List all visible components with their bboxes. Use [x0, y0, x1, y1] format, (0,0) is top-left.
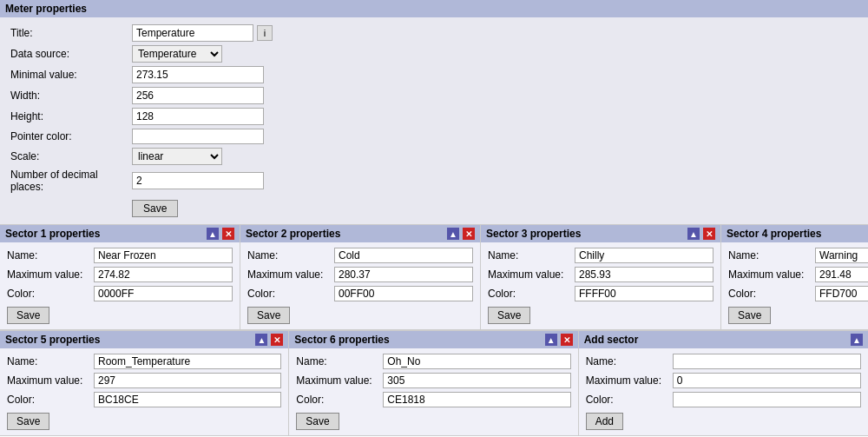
sector-2-maxval-input[interactable] — [334, 267, 473, 282]
sector-4-header: Sector 4 properties ▲ ✕ — [721, 225, 868, 242]
sector-6-up-button[interactable]: ▲ — [545, 334, 557, 346]
sector-2-color-label: Color: — [247, 288, 334, 300]
sector-1-up-button[interactable]: ▲ — [207, 228, 219, 240]
add-sector-color-label: Color: — [586, 394, 673, 406]
add-sector-color-input[interactable] — [673, 392, 861, 407]
sector-1-icons: ▲ ✕ — [205, 228, 234, 240]
minval-input[interactable] — [132, 66, 264, 83]
width-input[interactable] — [132, 87, 264, 104]
width-row: Width: — [10, 87, 858, 104]
sector-1-save-button[interactable]: Save — [7, 307, 49, 324]
sector-2-save-button[interactable]: Save — [247, 307, 290, 324]
title-input[interactable] — [132, 24, 253, 42]
sector-2-name-label: Name: — [247, 249, 334, 262]
sector-5-up-button[interactable]: ▲ — [255, 334, 267, 346]
add-sector-header: Add sector ▲ — [579, 331, 868, 348]
sector-2-up-button[interactable]: ▲ — [447, 228, 459, 240]
sector-1-maxval-input[interactable] — [94, 267, 233, 282]
add-sector-up-button[interactable]: ▲ — [851, 334, 863, 346]
sector-6-content: Name: Maximum value: Color: Save — [289, 348, 577, 435]
scale-select[interactable]: linear — [132, 148, 222, 165]
pointer-color-swatch[interactable] — [132, 129, 264, 144]
sector-4-color-label: Color: — [728, 288, 815, 300]
sector-3-header: Sector 3 properties ▲ ✕ — [481, 225, 720, 242]
sector-6-save-button[interactable]: Save — [296, 413, 339, 430]
sector-3-name-row: Name: — [488, 248, 713, 263]
title-row: Title: i — [10, 24, 858, 42]
sector-3-save-button[interactable]: Save — [488, 307, 530, 324]
sector-4-save-button[interactable]: Save — [728, 307, 771, 324]
sector-3-delete-button[interactable]: ✕ — [703, 228, 715, 240]
decimals-row: Number of decimal places: — [10, 169, 858, 193]
height-row: Height: — [10, 108, 858, 125]
datasource-row: Data source: Temperature — [10, 45, 858, 63]
main-properties-form: Title: i Data source: Temperature Minima… — [0, 17, 868, 224]
add-sector-icons: ▲ — [849, 334, 863, 346]
sector-6-name-input[interactable] — [383, 354, 570, 369]
title-label: Title: — [10, 27, 132, 39]
sector-5-color-input[interactable] — [94, 392, 281, 407]
sector-6-maxval-input[interactable] — [383, 373, 570, 388]
meter-properties-section: Meter properties Title: i Data source: T… — [0, 0, 868, 224]
sector-1-name-input[interactable] — [94, 248, 233, 263]
sector-3-maxval-row: Maximum value: — [488, 267, 713, 282]
sector-1-delete-button[interactable]: ✕ — [222, 228, 234, 240]
sector-4-maxval-label: Maximum value: — [728, 268, 815, 281]
sector-4-block: Sector 4 properties ▲ ✕ Name: Maximum va… — [721, 225, 868, 330]
sector-2-icons: ▲ ✕ — [445, 228, 475, 240]
height-input[interactable] — [132, 108, 264, 125]
add-sector-maxval-input[interactable] — [673, 373, 861, 388]
sector-5-name-label: Name: — [7, 355, 94, 367]
sector-6-icons: ▲ ✕ — [543, 334, 573, 346]
sector-5-maxval-label: Maximum value: — [7, 374, 94, 387]
sector-2-color-input[interactable] — [334, 286, 473, 301]
sector-5-name-input[interactable] — [94, 354, 281, 369]
sector-6-title: Sector 6 properties — [294, 334, 389, 346]
sector-3-content: Name: Maximum value: Color: Save — [481, 242, 720, 329]
sector-2-delete-button[interactable]: ✕ — [463, 228, 475, 240]
sector-4-maxval-row: Maximum value: — [728, 267, 868, 282]
add-sector-name-input[interactable] — [673, 354, 861, 369]
sector-4-title: Sector 4 properties — [727, 228, 821, 240]
sector-4-color-input[interactable] — [815, 286, 868, 301]
main-save-button[interactable]: Save — [132, 200, 178, 217]
sector-1-maxval-row: Maximum value: — [7, 267, 233, 282]
sector-4-color-row: Color: — [728, 286, 868, 301]
pointer-row: Pointer color: — [10, 129, 858, 144]
info-button[interactable]: i — [257, 25, 273, 41]
sector-1-color-input[interactable] — [94, 286, 233, 301]
sector-3-icons: ▲ ✕ — [686, 228, 715, 240]
sector-4-maxval-input[interactable] — [815, 267, 868, 282]
sector-2-maxval-row: Maximum value: — [247, 267, 473, 282]
sector-2-color-row: Color: — [247, 286, 473, 301]
add-sector-name-label: Name: — [586, 355, 673, 367]
sector-2-name-row: Name: — [247, 248, 473, 263]
sector-6-maxval-row: Maximum value: — [296, 373, 570, 388]
sector-4-name-row: Name: — [728, 248, 868, 263]
sector-3-name-input[interactable] — [575, 248, 713, 263]
sector-5-save-button[interactable]: Save — [7, 413, 49, 430]
sector-3-color-row: Color: — [488, 286, 713, 301]
sector-6-color-input[interactable] — [383, 392, 570, 407]
sector-6-color-label: Color: — [296, 394, 383, 406]
sector-5-maxval-input[interactable] — [94, 373, 281, 388]
datasource-select[interactable]: Temperature — [132, 45, 222, 63]
sector-6-block: Sector 6 properties ▲ ✕ Name: Maximum va… — [289, 331, 578, 436]
sector-1-name-row: Name: — [7, 248, 233, 263]
decimals-input[interactable] — [132, 172, 264, 189]
sector-3-maxval-input[interactable] — [575, 267, 713, 282]
datasource-label: Data source: — [10, 48, 132, 60]
sector-2-name-input[interactable] — [334, 248, 473, 263]
scale-label: Scale: — [10, 150, 132, 162]
sector-3-up-button[interactable]: ▲ — [687, 228, 700, 240]
add-sector-add-button[interactable]: Add — [586, 413, 623, 430]
sector-1-block: Sector 1 properties ▲ ✕ Name: Maximum va… — [0, 225, 240, 330]
sector-5-color-row: Color: — [7, 392, 281, 407]
sector-1-header: Sector 1 properties ▲ ✕ — [0, 225, 240, 242]
width-label: Width: — [10, 89, 132, 102]
page-wrapper: Meter properties Title: i Data source: T… — [0, 0, 868, 437]
sector-6-delete-button[interactable]: ✕ — [561, 334, 573, 346]
sector-5-delete-button[interactable]: ✕ — [271, 334, 283, 346]
sector-3-color-input[interactable] — [575, 286, 713, 301]
sector-4-name-input[interactable] — [815, 248, 868, 263]
